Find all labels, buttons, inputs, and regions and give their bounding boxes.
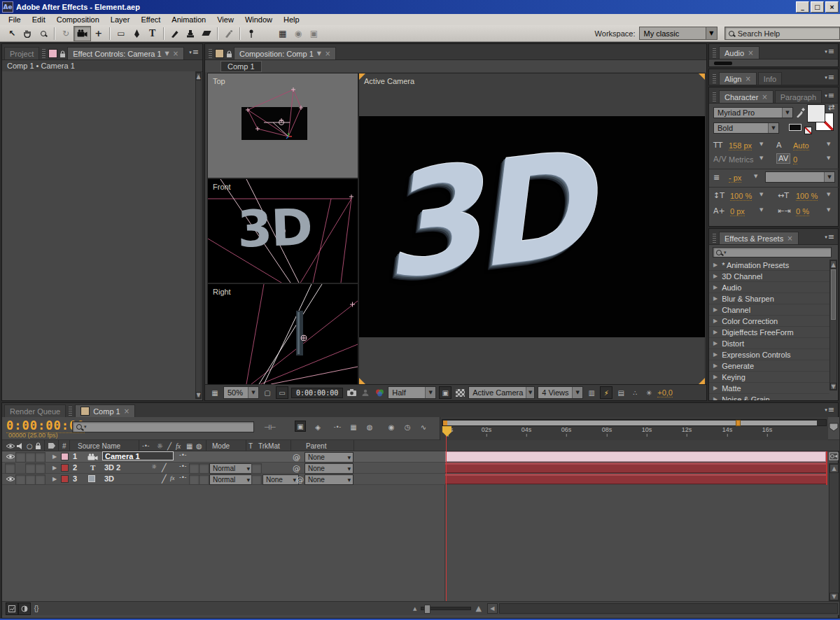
transparency-grid-button[interactable]	[454, 387, 465, 398]
stroke-width-value[interactable]: - px	[729, 174, 741, 183]
snapshot-button[interactable]	[346, 387, 357, 398]
close-icon[interactable]: ×	[762, 93, 767, 101]
safe-zones-button[interactable]: ▢	[262, 387, 273, 398]
zoom-slider-thumb[interactable]	[424, 605, 430, 614]
clone-stamp-tool[interactable]	[183, 27, 198, 41]
panel-color-swatch[interactable]	[215, 49, 224, 58]
left-panel-scrollbar[interactable]: ▲ ▼	[195, 72, 202, 399]
tab-effects-presets[interactable]: Effects & Presets×	[719, 232, 799, 244]
menu-view[interactable]: View	[211, 15, 239, 24]
effects-category-row[interactable]: ▶Distort	[709, 338, 830, 349]
timeline-vertical-scrollbar[interactable]: ▲ ▼	[829, 463, 839, 601]
flowchart-button[interactable]: ∴	[629, 387, 640, 398]
close-icon[interactable]: ×	[124, 407, 130, 415]
panel-menu-button[interactable]: ▾≡	[825, 405, 838, 414]
motion-blur-switch[interactable]	[199, 463, 209, 474]
layer-bar-camera-1[interactable]	[445, 451, 826, 462]
frame-blend-switch[interactable]	[189, 474, 200, 485]
timeline-search-input[interactable]: ▾	[72, 421, 254, 432]
3d-view-dropdown[interactable]: Active Camera▼	[468, 386, 535, 399]
tab-audio[interactable]: Audio×	[719, 46, 760, 59]
title-bar[interactable]: Ae Adobe After Effects - Element.aep _ □…	[0, 0, 840, 14]
effects-category-row[interactable]: ▶Expression Controls	[709, 349, 830, 360]
zoom-in-mountain-icon[interactable]: ▲	[475, 604, 481, 613]
workspace-dropdown[interactable]: My classic ▼	[639, 27, 717, 40]
world-axis-mode-button[interactable]: ◉	[290, 27, 306, 41]
t-column-header[interactable]: T	[248, 440, 253, 451]
comp-timecode[interactable]: 0:00:00:00	[291, 388, 343, 398]
viewport-front[interactable]: 3D Front	[207, 178, 358, 283]
close-icon[interactable]: ×	[745, 75, 750, 83]
pickwhip-icon[interactable]: @	[296, 475, 304, 484]
preserve-transparency-toggle[interactable]	[251, 474, 262, 485]
frame-blend-switch-icon[interactable]: ▦	[186, 440, 192, 451]
quality-switch[interactable]: ╱	[162, 474, 167, 484]
layer-label-chip[interactable]	[61, 475, 69, 483]
show-channel-button[interactable]	[374, 387, 385, 398]
layer-label-chip[interactable]	[61, 453, 69, 460]
swap-fill-stroke-icon[interactable]: ⇄	[828, 103, 834, 112]
comp-mini-tab[interactable]: Comp 1	[220, 61, 262, 72]
live-update-button[interactable]: ⚡	[600, 386, 612, 399]
resolution-dropdown[interactable]: Half▼	[388, 386, 436, 399]
layer-name[interactable]: 3D	[104, 474, 114, 483]
type-tool[interactable]: T	[145, 27, 160, 41]
trkmat-dropdown[interactable]: None▼	[262, 474, 299, 485]
work-area-end-handle[interactable]	[736, 420, 741, 426]
chevron-down-icon[interactable]: ▼	[760, 155, 763, 161]
tsume-value[interactable]: 0 %	[796, 207, 809, 216]
layer-bar-3d-2[interactable]	[445, 463, 826, 473]
layer-label-chip[interactable]	[61, 464, 69, 472]
unified-camera-tool[interactable]	[74, 26, 90, 41]
mode-column-header[interactable]: Mode	[212, 440, 230, 451]
view-layout-dropdown[interactable]: 4 Views▼	[538, 386, 583, 399]
lock-icon[interactable]	[226, 50, 232, 58]
tracking-value[interactable]: 0	[793, 155, 797, 164]
chevron-down-icon[interactable]: ▼	[317, 50, 321, 57]
font-family-dropdown[interactable]: Myriad Pro▼	[713, 107, 793, 118]
chevron-down-icon[interactable]: ▼	[760, 192, 763, 197]
tab-composition[interactable]: Composition: Comp 1 ▼ ×	[234, 47, 336, 59]
effects-category-row[interactable]: ▶Channel	[709, 304, 830, 316]
tab-align[interactable]: Align×	[719, 72, 757, 85]
toggle-transfer-controls-button[interactable]	[18, 603, 31, 615]
pan-behind-tool[interactable]: +	[91, 27, 106, 41]
panel-menu-button[interactable]: ▾≡	[825, 73, 838, 82]
minimize-button[interactable]: _	[796, 1, 809, 13]
horizontal-scrollbar[interactable]	[499, 603, 838, 614]
layer-name-selected[interactable]: Camera 1	[102, 451, 174, 460]
chevron-down-icon[interactable]: ▼	[165, 50, 169, 57]
comp-button-icon[interactable]	[829, 452, 839, 460]
collapse-switch-icon[interactable]: ☼	[157, 440, 163, 451]
always-preview-button[interactable]: ▦	[209, 387, 220, 398]
close-icon[interactable]: ×	[325, 50, 330, 57]
tab-timeline-comp[interactable]: Comp 1 ×	[75, 404, 135, 417]
layer-row-3d-2[interactable]: ▶ 2 T 3D 2 -•- ☼ ╱ Normal▼ @ None▼	[2, 463, 445, 474]
baseline-shift-value[interactable]: 0 px	[730, 207, 745, 216]
parent-dropdown[interactable]: None▼	[304, 463, 354, 474]
effects-category-row[interactable]: ▶Noise & Grain	[709, 394, 830, 400]
zoom-tool[interactable]	[36, 27, 51, 41]
eyedropper-icon[interactable]	[796, 107, 805, 118]
toggle-inout-panes-button[interactable]: {}	[31, 603, 42, 614]
panel-color-swatch[interactable]	[48, 49, 57, 58]
parent-column-header[interactable]: Parent	[306, 440, 326, 451]
rectangle-mask-tool[interactable]: ▭	[113, 27, 129, 41]
lock-toggle[interactable]	[35, 463, 46, 474]
solo-toggle[interactable]	[25, 463, 36, 474]
track-area-empty[interactable]	[445, 485, 828, 601]
viewport-right[interactable]: Right	[207, 283, 358, 385]
time-ruler[interactable]: 00s 02s 04s 06s 08s 10s 12s 14s 16s	[440, 417, 828, 440]
label-column-icon[interactable]	[48, 440, 55, 451]
tab-paragraph[interactable]: Paragraph	[775, 90, 822, 103]
effects-category-row[interactable]: ▶Color Correction	[709, 316, 830, 327]
horizontal-scale-value[interactable]: 100 %	[796, 192, 818, 201]
effects-scrollbar[interactable]: ▲ ▼	[830, 260, 837, 390]
menu-window[interactable]: Window	[239, 15, 278, 24]
close-icon[interactable]: ×	[173, 50, 178, 57]
video-column-icon[interactable]	[6, 440, 15, 451]
toggle-mask-paths-button[interactable]: ▥	[586, 387, 597, 398]
tab-info[interactable]: Info	[758, 72, 782, 85]
pickwhip-icon[interactable]: @	[293, 464, 300, 473]
chevron-down-icon[interactable]: ▼	[827, 192, 830, 197]
